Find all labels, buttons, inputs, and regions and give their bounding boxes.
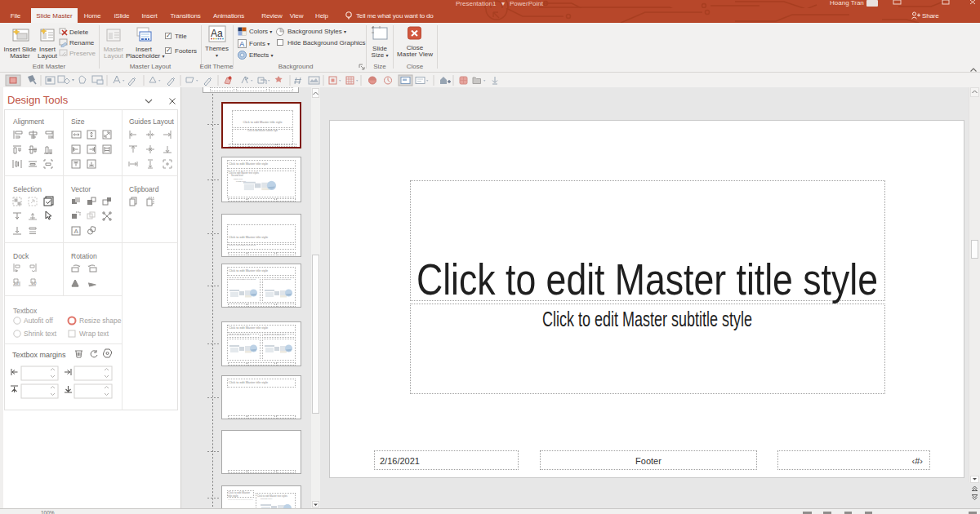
svg-text:Alignment: Alignment — [13, 117, 44, 126]
svg-text:Click to edit Master title sty: Click to edit Master title style — [416, 255, 878, 304]
svg-text:Guides Layout: Guides Layout — [129, 117, 174, 126]
svg-text:A: A — [239, 40, 244, 48]
svg-text:Clipboard: Clipboard — [129, 185, 159, 193]
svg-text:Vector: Vector — [71, 185, 91, 193]
svg-text:Wrap text: Wrap text — [79, 330, 109, 338]
svg-text:A: A — [74, 228, 79, 235]
svg-text:Presentation1: Presentation1 — [456, 0, 497, 7]
svg-text:Size: Size — [71, 117, 85, 126]
svg-text:Shrink text: Shrink text — [24, 330, 57, 338]
svg-text:100%: 100% — [41, 510, 55, 514]
svg-text:10: 10 — [13, 281, 19, 286]
svg-text:Rotation: Rotation — [71, 252, 97, 260]
svg-text:▾: ▾ — [501, 0, 505, 7]
svg-text:Dock: Dock — [13, 252, 29, 260]
svg-text:PowerPoint: PowerPoint — [510, 0, 544, 7]
svg-text:Aa: Aa — [211, 28, 223, 39]
svg-text:Click to edit Master subtitle: Click to edit Master subtitle style — [542, 308, 752, 330]
svg-text:Autofit off: Autofit off — [24, 317, 53, 325]
svg-text:Hoang Tran: Hoang Tran — [830, 0, 864, 7]
svg-text:Textbox margins: Textbox margins — [12, 351, 66, 359]
svg-text:Textbox: Textbox — [13, 307, 38, 315]
svg-text:10: 10 — [31, 281, 37, 286]
svg-text:Selection: Selection — [13, 185, 42, 193]
svg-text:Resize shape: Resize shape — [79, 317, 122, 325]
